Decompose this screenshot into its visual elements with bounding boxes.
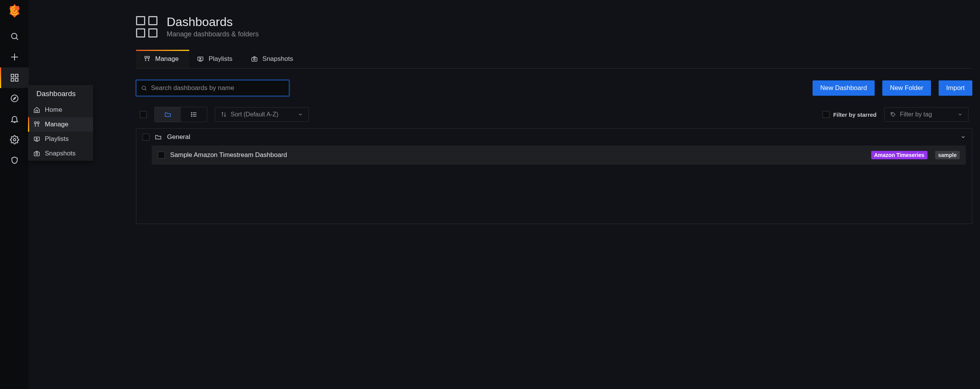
filter-toolbar: Sort (Default A-Z) Filter by starred Fil… xyxy=(136,107,972,128)
action-row: New Dashboard New Folder Import xyxy=(136,80,972,96)
svg-rect-12 xyxy=(38,122,39,124)
filter-tag-label: Filter by tag xyxy=(900,111,932,118)
flyout-item-label: Manage xyxy=(45,121,68,128)
new-folder-button[interactable]: New Folder xyxy=(882,80,931,96)
folder-name: General xyxy=(167,133,955,141)
flyout-item-label: Playlists xyxy=(45,135,69,143)
search-input[interactable] xyxy=(151,84,284,92)
filter-starred[interactable]: Filter by starred xyxy=(823,111,877,118)
import-button[interactable]: Import xyxy=(939,80,972,96)
dashboard-item[interactable]: Sample Amazon Timestream Dashboard Amazo… xyxy=(152,145,966,165)
svg-rect-19 xyxy=(148,56,150,58)
svg-rect-13 xyxy=(34,137,39,141)
svg-marker-9 xyxy=(13,97,16,100)
chevron-down-icon xyxy=(960,134,966,140)
svg-rect-20 xyxy=(198,57,203,60)
svg-rect-4 xyxy=(11,74,14,77)
nav-create[interactable] xyxy=(0,47,29,67)
flyout-item-label: Home xyxy=(45,106,62,114)
filter-starred-label: Filter by starred xyxy=(833,111,877,118)
svg-point-25 xyxy=(142,86,146,90)
nav-dashboards[interactable] xyxy=(0,67,29,88)
tab-label: Playlists xyxy=(208,55,232,63)
tab-manage[interactable]: Manage xyxy=(136,50,189,68)
svg-point-0 xyxy=(11,33,17,39)
svg-point-30 xyxy=(191,113,192,113)
svg-point-33 xyxy=(892,113,892,114)
flyout-title: Dashboards xyxy=(28,85,93,103)
svg-rect-18 xyxy=(145,56,147,58)
nav-alerting[interactable] xyxy=(0,109,29,129)
chevron-down-icon xyxy=(957,112,963,117)
tab-snapshots[interactable]: Snapshots xyxy=(243,50,304,68)
nav-config[interactable] xyxy=(0,129,29,150)
dashboard-checkbox[interactable] xyxy=(158,152,165,159)
sort-label: Sort (Default A-Z) xyxy=(231,111,278,118)
folder-icon xyxy=(155,134,162,141)
dashboard-list: General Sample Amazon Timestream Dashboa… xyxy=(136,128,972,224)
nav-admin[interactable] xyxy=(0,150,29,171)
grafana-logo[interactable] xyxy=(0,0,29,26)
folder-checkbox[interactable] xyxy=(143,134,149,141)
svg-rect-11 xyxy=(34,122,36,124)
tab-label: Manage xyxy=(155,55,179,63)
search-icon xyxy=(141,85,147,91)
view-list-button[interactable] xyxy=(181,107,207,122)
nav-explore[interactable] xyxy=(0,88,29,109)
tag-icon xyxy=(890,111,896,118)
svg-rect-23 xyxy=(252,57,257,61)
svg-point-10 xyxy=(13,139,16,141)
select-all-checkbox[interactable] xyxy=(140,111,147,118)
flyout-item-home[interactable]: Home xyxy=(28,103,93,117)
svg-point-8 xyxy=(11,95,18,102)
view-toggle xyxy=(154,107,207,122)
svg-point-32 xyxy=(191,116,192,117)
list-icon xyxy=(190,111,197,118)
page-title: Dashboards xyxy=(167,15,259,29)
folder-icon xyxy=(164,111,171,118)
filter-starred-checkbox[interactable] xyxy=(823,111,829,118)
page-subtitle: Manage dashboards & folders xyxy=(167,30,259,38)
svg-line-26 xyxy=(145,89,146,90)
svg-rect-6 xyxy=(11,78,14,81)
new-dashboard-button[interactable]: New Dashboard xyxy=(813,80,875,96)
nav-search[interactable] xyxy=(0,26,29,47)
page-header: Dashboards Manage dashboards & folders xyxy=(136,15,972,38)
sort-select[interactable]: Sort (Default A-Z) xyxy=(215,107,309,122)
main-content: Dashboards Manage dashboards & folders M… xyxy=(29,0,980,389)
svg-rect-5 xyxy=(15,74,18,77)
svg-point-24 xyxy=(254,59,256,60)
tab-playlists[interactable]: Playlists xyxy=(189,50,243,68)
filter-tag-select[interactable]: Filter by tag xyxy=(884,107,969,122)
svg-point-31 xyxy=(191,114,192,115)
svg-marker-22 xyxy=(200,58,202,60)
svg-rect-7 xyxy=(15,78,18,81)
search-wrap[interactable] xyxy=(136,80,289,96)
tabs: Manage Playlists Snapshots xyxy=(136,50,972,69)
svg-rect-16 xyxy=(34,152,39,156)
svg-marker-15 xyxy=(36,138,38,140)
tab-label: Snapshots xyxy=(262,55,293,63)
sidebar-rail xyxy=(0,0,29,389)
tag[interactable]: Amazon Timeseries xyxy=(871,151,928,159)
svg-point-17 xyxy=(36,153,38,155)
flyout-item-manage[interactable]: Manage xyxy=(28,117,93,132)
flyout-item-label: Snapshots xyxy=(45,150,75,157)
folder-row[interactable]: General xyxy=(136,129,972,145)
sort-icon xyxy=(221,111,227,118)
view-folder-button[interactable] xyxy=(155,107,181,122)
flyout-item-playlists[interactable]: Playlists xyxy=(28,132,93,146)
dashboard-name: Sample Amazon Timestream Dashboard xyxy=(170,151,864,159)
dashboards-flyout: Dashboards Home Manage Playlists Snapsho… xyxy=(28,85,93,161)
chevron-down-icon xyxy=(298,112,303,117)
dashboards-icon xyxy=(136,16,157,38)
flyout-item-snapshots[interactable]: Snapshots xyxy=(28,146,93,161)
tag[interactable]: sample xyxy=(935,151,960,159)
svg-line-1 xyxy=(16,38,18,40)
